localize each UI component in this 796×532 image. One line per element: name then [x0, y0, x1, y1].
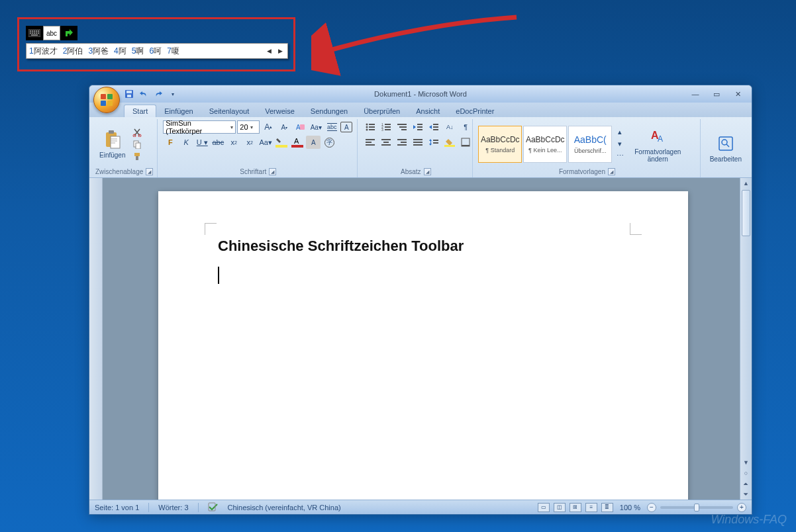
sort-icon[interactable]: A↓ — [442, 120, 457, 134]
bullets-icon[interactable] — [363, 120, 377, 134]
ime-candidate[interactable]: 3阿爸 — [88, 46, 109, 57]
font-dialog-launcher[interactable]: ◢ — [269, 168, 276, 175]
view-draft-icon[interactable]: ≣ — [601, 503, 613, 512]
qat-customize-icon[interactable]: ▾ — [168, 89, 178, 99]
styles-dialog-launcher[interactable]: ◢ — [608, 168, 615, 175]
paragraph-dialog-launcher[interactable]: ◢ — [424, 168, 431, 175]
show-marks-icon[interactable]: ¶ — [458, 120, 473, 134]
paste-button[interactable]: Einfügen — [95, 128, 129, 160]
font-size-combo[interactable]: 20▾ — [237, 120, 260, 134]
zoom-slider[interactable] — [660, 506, 733, 509]
borders-icon[interactable] — [458, 136, 473, 149]
align-center-icon[interactable] — [379, 136, 393, 149]
tab-seitenlayout[interactable]: Seitenlayout — [201, 105, 258, 117]
ime-candidate[interactable]: 6呵 — [149, 46, 162, 57]
clipboard-dialog-launcher[interactable]: ◢ — [146, 168, 153, 175]
view-full-screen-icon[interactable]: ◫ — [554, 503, 566, 512]
zoom-out-button[interactable]: − — [647, 503, 656, 512]
style-standard[interactable]: AaBbCcDc¶ Standard — [478, 126, 522, 163]
document-viewport[interactable]: Chinesische Schriftzeichen Toolbar — [103, 178, 740, 500]
ime-mode-label[interactable]: abc — [43, 26, 60, 40]
increase-indent-icon[interactable] — [426, 120, 441, 134]
numbering-icon[interactable]: 123 — [379, 120, 393, 134]
close-button[interactable]: ✕ — [730, 89, 745, 99]
justify-icon[interactable] — [411, 136, 425, 149]
subscript-button[interactable]: x2 — [226, 136, 241, 149]
decrease-indent-icon[interactable] — [411, 120, 425, 134]
format-painter-icon[interactable] — [131, 151, 143, 161]
ime-candidate[interactable]: 2阿伯 — [63, 46, 83, 57]
shrink-font-icon[interactable]: A▾ — [277, 120, 291, 134]
character-border-icon[interactable]: A — [340, 122, 352, 132]
styles-expand[interactable]: ⋯ — [615, 150, 624, 161]
proofing-icon[interactable] — [208, 502, 219, 513]
zoom-level[interactable]: 100 % — [620, 504, 640, 511]
scroll-up-icon[interactable]: ▲ — [740, 178, 752, 189]
keyboard-icon[interactable] — [26, 26, 43, 40]
office-button[interactable] — [93, 87, 120, 113]
ime-prev-page-icon[interactable]: ◀ — [265, 48, 274, 54]
zoom-in-button[interactable]: + — [737, 503, 746, 512]
strikethrough-button[interactable]: abc — [211, 136, 225, 149]
vertical-scrollbar[interactable]: ▲ ▼ ○ ⏶ ⏷ — [740, 178, 752, 500]
underline-button[interactable]: U ▾ — [195, 136, 209, 149]
minimize-button[interactable]: — — [688, 89, 703, 99]
tab-sendungen[interactable]: Sendungen — [303, 105, 356, 117]
text-effects-icon[interactable]: Aa▾ — [258, 136, 273, 149]
tab-ansicht[interactable]: Ansicht — [408, 105, 448, 117]
change-styles-button[interactable]: AA Formatvorlagen ändern — [630, 124, 685, 164]
status-page[interactable]: Seite: 1 von 1 — [95, 504, 139, 511]
italic-button[interactable]: K — [179, 136, 193, 149]
bold-button[interactable]: F — [163, 136, 177, 149]
view-web-layout-icon[interactable]: ⊞ — [570, 503, 581, 512]
page[interactable]: Chinesische Schriftzeichen Toolbar — [158, 191, 688, 500]
character-shading-icon[interactable]: A — [306, 136, 321, 149]
next-page-icon[interactable]: ⏷ — [740, 489, 752, 500]
maximize-button[interactable]: ▭ — [709, 89, 724, 99]
multilevel-list-icon[interactable] — [395, 120, 409, 134]
tab-einfuegen[interactable]: Einfügen — [156, 105, 201, 117]
ime-candidate[interactable]: 5啊 — [132, 46, 144, 57]
ime-next-page-icon[interactable]: ▶ — [276, 48, 285, 54]
change-case-icon[interactable]: Aa▾ — [309, 120, 323, 134]
tab-verweise[interactable]: Verweise — [257, 105, 303, 117]
status-word-count[interactable]: Wörter: 3 — [158, 504, 188, 511]
align-left-icon[interactable] — [363, 136, 377, 149]
status-language[interactable]: Chinesisch (vereinfacht, VR China) — [228, 504, 341, 511]
styles-scroll-down[interactable]: ▾ — [615, 138, 624, 150]
phonetic-guide-icon[interactable]: abc — [324, 120, 339, 134]
grow-font-icon[interactable]: A▴ — [261, 120, 275, 134]
zoom-slider-knob[interactable] — [694, 504, 699, 511]
font-name-combo[interactable]: SimSun (Textkörper▾ — [163, 120, 236, 134]
ime-candidate[interactable]: 7嗄 — [167, 46, 179, 57]
undo-icon[interactable] — [138, 89, 149, 99]
ime-candidate[interactable]: 1阿波才 — [29, 46, 58, 57]
tab-start[interactable]: Start — [124, 105, 156, 117]
clear-formatting-icon[interactable]: A — [293, 120, 307, 134]
view-outline-icon[interactable]: ≡ — [585, 503, 597, 512]
vertical-ruler[interactable] — [89, 178, 103, 500]
ime-candidate[interactable]: 4阿 — [114, 46, 126, 57]
redo-icon[interactable] — [153, 89, 164, 99]
superscript-button[interactable]: x2 — [242, 136, 257, 149]
tab-edocprinter[interactable]: eDocPrinter — [448, 105, 502, 117]
ime-commit-icon[interactable] — [60, 26, 77, 40]
tab-ueberpruefen[interactable]: Überprüfen — [356, 105, 408, 117]
scroll-down-icon[interactable]: ▼ — [740, 457, 752, 468]
copy-icon[interactable] — [131, 139, 143, 150]
save-icon[interactable] — [124, 89, 134, 99]
editing-button[interactable]: Bearbeiten — [706, 132, 746, 164]
prev-page-icon[interactable]: ⏶ — [740, 478, 752, 489]
style-no-spacing[interactable]: AaBbCcDc¶ Kein Lee... — [523, 126, 567, 163]
font-color-icon[interactable]: A — [290, 136, 305, 149]
align-right-icon[interactable] — [395, 136, 409, 149]
scrollbar-thumb[interactable] — [742, 190, 750, 236]
shading-icon[interactable] — [442, 136, 457, 149]
line-spacing-icon[interactable] — [426, 136, 441, 149]
enclose-characters-icon[interactable]: 字 — [322, 136, 336, 149]
highlight-color-icon[interactable] — [274, 136, 289, 149]
view-print-layout-icon[interactable]: ▭ — [538, 503, 550, 512]
styles-scroll-up[interactable]: ▴ — [615, 126, 624, 138]
browse-object-icon[interactable]: ○ — [740, 468, 752, 478]
cut-icon[interactable] — [131, 127, 143, 138]
